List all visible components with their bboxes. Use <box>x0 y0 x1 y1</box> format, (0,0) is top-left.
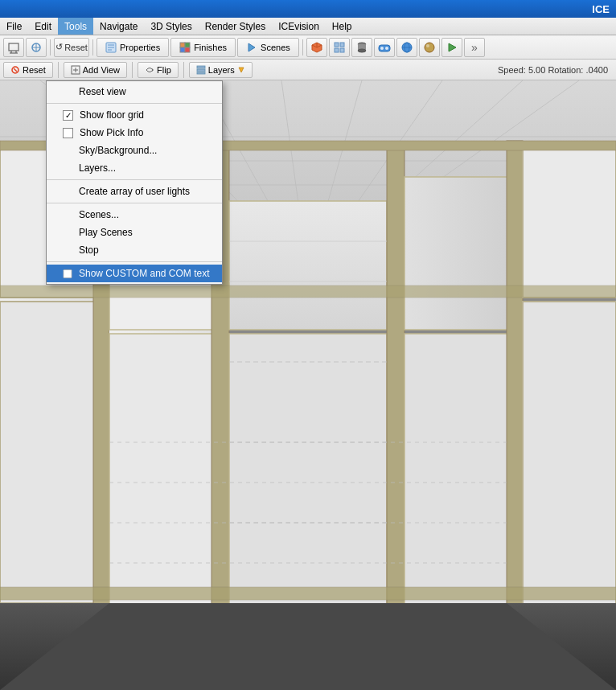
svg-rect-42 <box>197 66 205 68</box>
toolbar2: Reset Add View Flip Layers Speed: 5.00 R… <box>0 60 616 80</box>
menu-layers[interactable]: Layers... <box>47 159 222 177</box>
check-show-pick-info <box>63 128 73 138</box>
menu-icevision[interactable]: ICEvision <box>272 18 326 35</box>
menu-show-pick-info[interactable]: Show Pick Info <box>47 124 222 142</box>
tools-dropdown-menu: Reset view ✓ Show floor grid Show Pick I… <box>46 80 223 285</box>
toolbar-icon-1[interactable] <box>3 38 24 57</box>
dd-sep-2 <box>47 179 222 180</box>
check-layers <box>63 163 72 173</box>
svg-marker-45 <box>239 68 244 72</box>
svg-rect-74 <box>507 141 523 615</box>
svg-marker-41 <box>152 68 154 72</box>
status-text: Speed: 5.00 Rotation: .0400 <box>498 65 613 75</box>
svg-point-34 <box>426 44 429 47</box>
icon-grid[interactable] <box>329 38 350 57</box>
svg-rect-12 <box>185 43 190 47</box>
menu-scenes[interactable]: Scenes... <box>47 206 222 224</box>
icon-cylinder[interactable] <box>351 38 372 57</box>
tab-properties[interactable]: Properties <box>97 38 169 57</box>
main-3d-area: Reset view ✓ Show floor grid Show Pick I… <box>0 80 616 690</box>
layers-btn[interactable]: Layers <box>189 62 253 78</box>
toolbar: ↺ Reset Properties Finishes Scenes » <box>0 35 616 60</box>
icon-sphere[interactable] <box>419 38 440 57</box>
svg-rect-71 <box>387 145 405 643</box>
check-scenes <box>63 210 72 220</box>
menu-tools[interactable]: Tools <box>58 18 93 35</box>
menu-reset-view[interactable]: Reset view <box>47 83 222 101</box>
svg-rect-43 <box>197 69 205 72</box>
check-show-custom <box>63 269 72 278</box>
separator-1 <box>50 39 51 55</box>
check-play-scenes <box>63 228 72 237</box>
svg-marker-35 <box>449 43 456 51</box>
svg-line-37 <box>14 68 17 72</box>
svg-rect-76 <box>523 302 616 607</box>
check-reset-view <box>63 87 72 97</box>
svg-rect-22 <box>335 48 339 52</box>
menu-create-array[interactable]: Create array of user lights <box>47 183 222 200</box>
tab-scenes[interactable]: Scenes <box>237 38 299 57</box>
icon-globe[interactable] <box>396 38 417 57</box>
svg-point-28 <box>380 47 384 50</box>
svg-point-29 <box>385 47 388 50</box>
menu-render-styles[interactable]: Render Styles <box>199 18 272 35</box>
svg-rect-21 <box>340 43 344 47</box>
reset-btn[interactable]: ↺ Reset <box>54 38 89 57</box>
svg-point-26 <box>358 49 366 52</box>
separator-2 <box>92 39 93 55</box>
svg-point-33 <box>425 43 434 52</box>
reset-view-btn[interactable]: Reset <box>3 62 53 78</box>
menu-navigate[interactable]: Navigate <box>93 18 144 35</box>
svg-rect-85 <box>0 285 616 298</box>
menu-show-custom-com[interactable]: Show CUSTOM and COM text <box>47 265 222 282</box>
flip-btn[interactable]: Flip <box>138 62 179 78</box>
icon-play[interactable] <box>441 38 462 57</box>
menu-help[interactable]: Help <box>326 18 359 35</box>
svg-rect-23 <box>340 48 344 52</box>
menu-stop[interactable]: Stop <box>47 241 222 259</box>
icon-cube[interactable] <box>306 38 327 57</box>
svg-rect-63 <box>0 302 97 603</box>
dd-sep-4 <box>47 261 222 262</box>
svg-rect-11 <box>180 43 185 47</box>
svg-rect-70 <box>229 334 387 607</box>
icon-vr[interactable] <box>374 38 395 57</box>
svg-rect-14 <box>185 47 190 52</box>
menu-3d-styles[interactable]: 3D Styles <box>144 18 198 35</box>
reset-icon: ↺ <box>55 42 63 52</box>
svg-rect-75 <box>523 145 616 298</box>
svg-rect-67 <box>109 334 217 607</box>
svg-rect-73 <box>405 334 509 607</box>
svg-rect-69 <box>229 201 387 330</box>
menu-bar: File Edit Tools Navigate 3D Styles Rende… <box>0 18 616 35</box>
svg-rect-86 <box>0 587 616 600</box>
svg-rect-0 <box>9 43 18 51</box>
tab-finishes[interactable]: Finishes <box>170 38 236 57</box>
sep-tb2-1 <box>58 62 59 78</box>
check-sky-background <box>63 146 72 155</box>
svg-rect-72 <box>405 177 509 330</box>
svg-rect-20 <box>335 43 339 47</box>
check-create-array <box>63 187 72 196</box>
svg-rect-44 <box>197 72 205 74</box>
icon-more[interactable]: » <box>464 38 485 57</box>
title-bar: ICE <box>0 0 616 18</box>
check-stop <box>63 245 72 255</box>
sep-tb2-3 <box>183 62 184 78</box>
dd-sep-1 <box>47 103 222 104</box>
svg-rect-93 <box>64 269 72 277</box>
menu-play-scenes[interactable]: Play Scenes <box>47 224 222 241</box>
sep-tb2-2 <box>132 62 133 78</box>
separator-3 <box>302 39 303 55</box>
menu-file[interactable]: File <box>0 18 28 35</box>
svg-rect-13 <box>180 47 185 52</box>
check-show-floor-grid: ✓ <box>63 110 73 121</box>
svg-marker-15 <box>248 43 255 51</box>
app-title: ICE <box>592 3 610 15</box>
add-view-btn[interactable]: Add View <box>64 62 127 78</box>
menu-edit[interactable]: Edit <box>28 18 58 35</box>
dd-sep-3 <box>47 203 222 203</box>
toolbar-icon-2[interactable] <box>26 38 47 57</box>
menu-show-floor-grid[interactable]: ✓ Show floor grid <box>47 106 222 124</box>
menu-sky-background[interactable]: Sky/Background... <box>47 142 222 159</box>
